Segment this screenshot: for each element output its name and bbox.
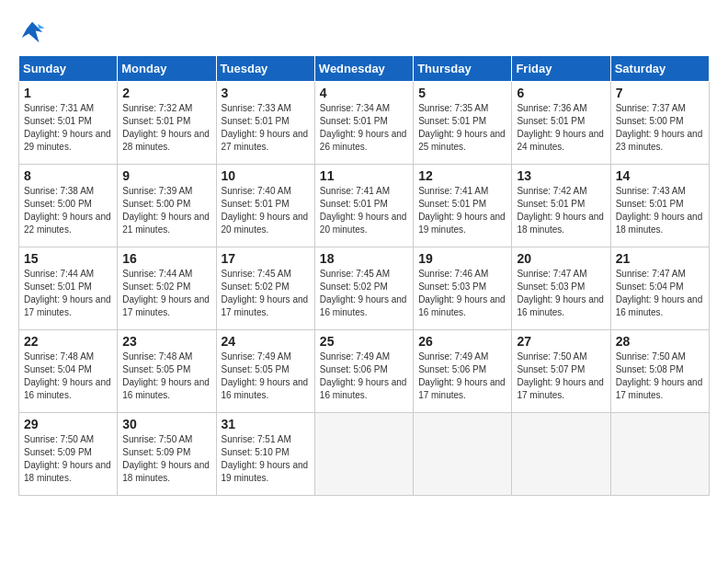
day-number: 21 — [616, 251, 704, 266]
calendar-cell: 26Sunrise: 7:49 AMSunset: 5:06 PMDayligh… — [414, 330, 512, 413]
page-header — [18, 18, 710, 46]
day-number: 23 — [122, 334, 210, 349]
calendar-week-4: 22Sunrise: 7:48 AMSunset: 5:04 PMDayligh… — [19, 330, 710, 413]
day-number: 24 — [222, 334, 310, 349]
calendar-cell: 5Sunrise: 7:35 AMSunset: 5:01 PMDaylight… — [414, 82, 512, 165]
day-number: 29 — [24, 417, 112, 431]
calendar-cell: 18Sunrise: 7:45 AMSunset: 5:02 PMDayligh… — [314, 247, 413, 330]
day-number: 7 — [616, 86, 704, 100]
day-number: 17 — [222, 251, 310, 266]
calendar-cell: 21Sunrise: 7:47 AMSunset: 5:04 PMDayligh… — [610, 247, 709, 330]
calendar-cell: 31Sunrise: 7:51 AMSunset: 5:10 PMDayligh… — [216, 413, 314, 496]
day-info: Sunrise: 7:34 AMSunset: 5:01 PMDaylight:… — [320, 102, 408, 154]
day-info: Sunrise: 7:47 AMSunset: 5:04 PMDaylight:… — [616, 268, 704, 319]
calendar-cell: 19Sunrise: 7:46 AMSunset: 5:03 PMDayligh… — [414, 247, 512, 330]
day-number: 13 — [517, 168, 605, 183]
day-number: 11 — [320, 168, 408, 183]
day-info: Sunrise: 7:50 AMSunset: 5:07 PMDaylight:… — [517, 350, 605, 402]
calendar-cell: 14Sunrise: 7:43 AMSunset: 5:01 PMDayligh… — [610, 165, 709, 247]
day-info: Sunrise: 7:47 AMSunset: 5:03 PMDaylight:… — [517, 268, 605, 319]
weekday-header-tuesday: Tuesday — [216, 56, 314, 82]
calendar-cell: 10Sunrise: 7:40 AMSunset: 5:01 PMDayligh… — [216, 165, 314, 247]
day-info: Sunrise: 7:48 AMSunset: 5:04 PMDaylight:… — [24, 350, 112, 402]
day-number: 10 — [222, 168, 310, 183]
logo-icon — [18, 18, 46, 46]
day-info: Sunrise: 7:41 AMSunset: 5:01 PMDaylight:… — [320, 185, 408, 236]
day-info: Sunrise: 7:45 AMSunset: 5:02 PMDaylight:… — [222, 268, 310, 319]
calendar-header-row: SundayMondayTuesdayWednesdayThursdayFrid… — [19, 56, 710, 82]
day-number: 9 — [122, 168, 210, 183]
calendar-cell: 16Sunrise: 7:44 AMSunset: 5:02 PMDayligh… — [118, 247, 216, 330]
svg-marker-1 — [38, 24, 45, 29]
day-number: 20 — [517, 251, 605, 266]
day-number: 2 — [122, 86, 210, 100]
calendar-week-2: 8Sunrise: 7:38 AMSunset: 5:00 PMDaylight… — [19, 165, 710, 247]
logo — [18, 18, 50, 46]
calendar-week-5: 29Sunrise: 7:50 AMSunset: 5:09 PMDayligh… — [19, 413, 710, 496]
calendar-cell — [314, 413, 413, 496]
day-number: 31 — [222, 417, 310, 431]
calendar-cell — [610, 413, 709, 496]
calendar-cell: 7Sunrise: 7:37 AMSunset: 5:00 PMDaylight… — [610, 82, 709, 165]
day-number: 1 — [24, 86, 112, 100]
day-number: 18 — [320, 251, 408, 266]
day-info: Sunrise: 7:46 AMSunset: 5:03 PMDaylight:… — [418, 268, 506, 319]
calendar-cell: 11Sunrise: 7:41 AMSunset: 5:01 PMDayligh… — [314, 165, 413, 247]
weekday-header-thursday: Thursday — [414, 56, 512, 82]
weekday-header-monday: Monday — [118, 56, 216, 82]
day-number: 14 — [616, 168, 704, 183]
day-info: Sunrise: 7:40 AMSunset: 5:01 PMDaylight:… — [222, 185, 310, 236]
day-number: 22 — [24, 334, 112, 349]
day-info: Sunrise: 7:37 AMSunset: 5:00 PMDaylight:… — [616, 102, 704, 154]
day-info: Sunrise: 7:43 AMSunset: 5:01 PMDaylight:… — [616, 185, 704, 236]
calendar-cell: 4Sunrise: 7:34 AMSunset: 5:01 PMDaylight… — [314, 82, 413, 165]
day-info: Sunrise: 7:44 AMSunset: 5:02 PMDaylight:… — [122, 268, 210, 319]
day-info: Sunrise: 7:45 AMSunset: 5:02 PMDaylight:… — [320, 268, 408, 319]
day-info: Sunrise: 7:49 AMSunset: 5:06 PMDaylight:… — [418, 350, 506, 402]
calendar-cell: 12Sunrise: 7:41 AMSunset: 5:01 PMDayligh… — [414, 165, 512, 247]
calendar-cell: 8Sunrise: 7:38 AMSunset: 5:00 PMDaylight… — [19, 165, 118, 247]
calendar-cell: 15Sunrise: 7:44 AMSunset: 5:01 PMDayligh… — [19, 247, 118, 330]
day-number: 12 — [418, 168, 506, 183]
day-number: 3 — [222, 86, 310, 100]
calendar-cell: 13Sunrise: 7:42 AMSunset: 5:01 PMDayligh… — [512, 165, 610, 247]
day-number: 27 — [517, 334, 605, 349]
calendar-cell: 20Sunrise: 7:47 AMSunset: 5:03 PMDayligh… — [512, 247, 610, 330]
calendar-week-1: 1Sunrise: 7:31 AMSunset: 5:01 PMDaylight… — [19, 82, 710, 165]
day-number: 26 — [418, 334, 506, 349]
day-info: Sunrise: 7:51 AMSunset: 5:10 PMDaylight:… — [222, 433, 310, 485]
calendar-cell — [414, 413, 512, 496]
calendar-week-3: 15Sunrise: 7:44 AMSunset: 5:01 PMDayligh… — [19, 247, 710, 330]
weekday-header-saturday: Saturday — [610, 56, 709, 82]
weekday-header-sunday: Sunday — [19, 56, 118, 82]
day-info: Sunrise: 7:36 AMSunset: 5:01 PMDaylight:… — [517, 102, 605, 154]
calendar-cell: 3Sunrise: 7:33 AMSunset: 5:01 PMDaylight… — [216, 82, 314, 165]
day-number: 4 — [320, 86, 408, 100]
calendar-cell: 17Sunrise: 7:45 AMSunset: 5:02 PMDayligh… — [216, 247, 314, 330]
day-number: 15 — [24, 251, 112, 266]
weekday-header-wednesday: Wednesday — [314, 56, 413, 82]
calendar-cell: 27Sunrise: 7:50 AMSunset: 5:07 PMDayligh… — [512, 330, 610, 413]
day-info: Sunrise: 7:41 AMSunset: 5:01 PMDaylight:… — [418, 185, 506, 236]
calendar-cell: 24Sunrise: 7:49 AMSunset: 5:05 PMDayligh… — [216, 330, 314, 413]
calendar-cell: 29Sunrise: 7:50 AMSunset: 5:09 PMDayligh… — [19, 413, 118, 496]
day-number: 8 — [24, 168, 112, 183]
day-info: Sunrise: 7:35 AMSunset: 5:01 PMDaylight:… — [418, 102, 506, 154]
day-number: 25 — [320, 334, 408, 349]
day-info: Sunrise: 7:50 AMSunset: 5:09 PMDaylight:… — [122, 433, 210, 485]
calendar-cell: 23Sunrise: 7:48 AMSunset: 5:05 PMDayligh… — [118, 330, 216, 413]
day-number: 19 — [418, 251, 506, 266]
day-number: 30 — [122, 417, 210, 431]
day-info: Sunrise: 7:31 AMSunset: 5:01 PMDaylight:… — [24, 102, 112, 154]
day-info: Sunrise: 7:49 AMSunset: 5:05 PMDaylight:… — [222, 350, 310, 402]
calendar-cell: 9Sunrise: 7:39 AMSunset: 5:00 PMDaylight… — [118, 165, 216, 247]
calendar-cell — [512, 413, 610, 496]
calendar-cell: 1Sunrise: 7:31 AMSunset: 5:01 PMDaylight… — [19, 82, 118, 165]
day-info: Sunrise: 7:44 AMSunset: 5:01 PMDaylight:… — [24, 268, 112, 319]
day-info: Sunrise: 7:48 AMSunset: 5:05 PMDaylight:… — [122, 350, 210, 402]
day-info: Sunrise: 7:38 AMSunset: 5:00 PMDaylight:… — [24, 185, 112, 236]
calendar: SundayMondayTuesdayWednesdayThursdayFrid… — [18, 55, 710, 496]
calendar-cell: 2Sunrise: 7:32 AMSunset: 5:01 PMDaylight… — [118, 82, 216, 165]
day-info: Sunrise: 7:33 AMSunset: 5:01 PMDaylight:… — [222, 102, 310, 154]
calendar-cell: 6Sunrise: 7:36 AMSunset: 5:01 PMDaylight… — [512, 82, 610, 165]
